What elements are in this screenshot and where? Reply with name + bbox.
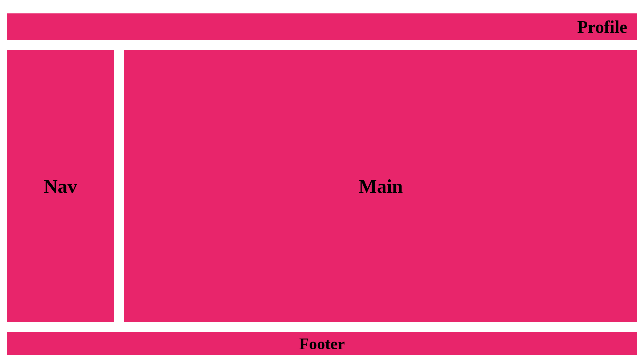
- main-label: Main: [359, 175, 403, 197]
- layout-container: Profile Nav Main Footer: [7, 13, 637, 355]
- footer-region: Footer: [7, 332, 637, 355]
- nav-label: Nav: [44, 175, 77, 197]
- main-region: Main: [124, 50, 637, 322]
- nav-region: Nav: [7, 50, 114, 322]
- header-region: Profile: [7, 13, 637, 40]
- header-label: Profile: [577, 17, 627, 37]
- footer-label: Footer: [299, 335, 345, 353]
